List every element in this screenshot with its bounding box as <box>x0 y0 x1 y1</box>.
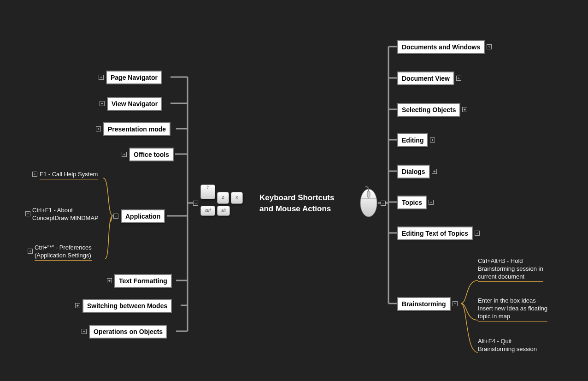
expand-toggle[interactable]: + <box>475 231 480 236</box>
expand-toggle[interactable]: + <box>96 126 101 131</box>
mouse-icon <box>359 185 378 218</box>
node-label: Topics <box>402 199 422 206</box>
node-label: Document View <box>402 75 450 82</box>
application-sub-1[interactable]: Ctrl+F1 - AboutConceptDraw MINDMAP <box>32 206 99 223</box>
node-label: Editing Text of Topics <box>402 230 468 237</box>
brainstorming-sub-1[interactable]: Enter in the box ideas -Insert new idea … <box>478 297 547 321</box>
brainstorming-sub-2[interactable]: Alt+F4 - QuitBrainstorming session <box>478 337 537 354</box>
expand-toggle-left[interactable]: − <box>193 201 198 206</box>
title-line-1: Keyboard Shortcuts <box>259 192 334 203</box>
right-node-4[interactable]: Dialogs <box>397 165 430 179</box>
left-node-2[interactable]: Presentation mode <box>103 122 171 136</box>
expand-toggle[interactable]: + <box>82 329 87 334</box>
connector-lines <box>0 0 588 381</box>
node-label: Presentation mode <box>108 125 166 133</box>
left-node-3[interactable]: Office tools <box>129 148 174 161</box>
right-node-3[interactable]: Editing <box>397 133 428 147</box>
expand-toggle[interactable]: + <box>25 211 30 216</box>
expand-toggle-right[interactable]: − <box>381 201 386 206</box>
left-node-6[interactable]: Switching between Modes <box>82 299 172 313</box>
node-label: Switching between Modes <box>87 302 167 310</box>
right-node-6[interactable]: Editing Text of Topics <box>397 226 473 240</box>
expand-toggle[interactable]: + <box>487 44 492 49</box>
right-node-7[interactable]: Brainstorming <box>397 297 451 311</box>
expand-toggle[interactable]: + <box>75 303 80 308</box>
node-label: Documents and Windows <box>402 43 480 51</box>
left-node-4[interactable]: Application <box>121 209 165 223</box>
expand-toggle[interactable]: + <box>100 101 105 106</box>
expand-toggle[interactable]: + <box>99 75 104 80</box>
expand-toggle[interactable]: + <box>429 200 434 205</box>
node-label: Text Formatting <box>119 277 167 285</box>
left-node-1[interactable]: View Navigator <box>107 97 162 111</box>
expand-toggle[interactable]: − <box>453 301 458 306</box>
node-label: Editing <box>402 137 423 144</box>
node-label: Office tools <box>134 151 169 158</box>
expand-toggle[interactable]: + <box>28 249 33 254</box>
right-node-0[interactable]: Documents and Windows <box>397 40 485 54</box>
node-label: Dialogs <box>402 168 425 175</box>
brainstorming-sub-0[interactable]: Ctrl+Alt+B - HoldBrainstorming session i… <box>478 257 543 282</box>
node-label: Brainstorming <box>402 300 446 308</box>
expand-toggle[interactable]: + <box>462 107 467 112</box>
node-label: View Navigator <box>112 100 158 107</box>
node-label: Application <box>125 213 160 220</box>
center-title: Keyboard Shortcuts and Mouse Actions <box>259 192 334 214</box>
left-node-0[interactable]: Page Navigator <box>106 71 162 84</box>
svg-rect-23 <box>367 191 370 197</box>
expand-toggle[interactable]: + <box>122 152 127 157</box>
right-node-5[interactable]: Topics <box>397 196 427 209</box>
mindmap-stage: ⇧ Z X ctrl alt Keyboard Shortcuts and Mo… <box>0 0 588 381</box>
expand-toggle[interactable]: + <box>107 278 112 283</box>
application-sub-2[interactable]: Ctrl+"*" - Preferences(Application Setti… <box>35 244 92 261</box>
node-label: Selecting Objects <box>402 106 456 113</box>
application-sub-0[interactable]: F1 - Call Help System <box>40 170 98 179</box>
expand-toggle[interactable]: + <box>432 169 437 174</box>
right-node-2[interactable]: Selecting Objects <box>397 103 460 117</box>
expand-toggle[interactable]: + <box>456 76 461 81</box>
title-line-2: and Mouse Actions <box>259 203 334 214</box>
expand-toggle[interactable]: − <box>113 214 118 219</box>
left-node-5[interactable]: Text Formatting <box>114 274 172 288</box>
right-node-1[interactable]: Document View <box>397 71 454 85</box>
expand-toggle[interactable]: + <box>32 172 37 177</box>
expand-toggle[interactable]: + <box>430 137 435 143</box>
node-label: Operations on Objects <box>94 328 163 335</box>
node-label: Page Navigator <box>111 74 158 81</box>
left-node-7[interactable]: Operations on Objects <box>89 325 167 339</box>
